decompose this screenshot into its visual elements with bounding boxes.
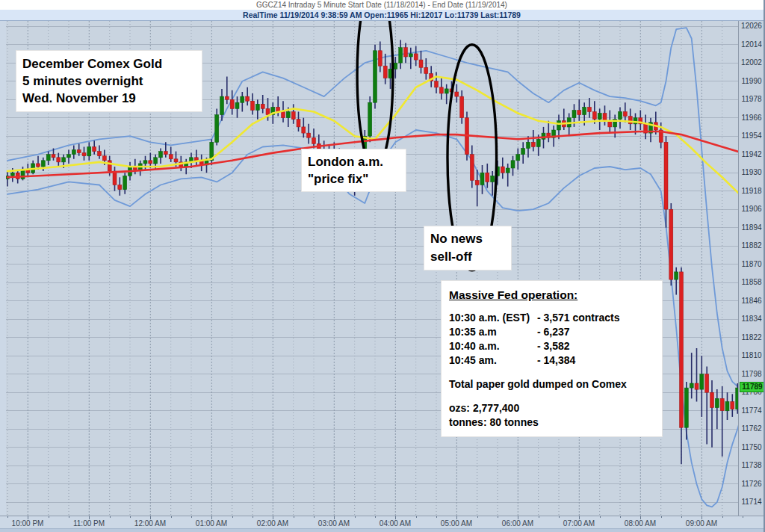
- time-tick: [743, 516, 743, 518]
- candle-down: [164, 152, 167, 155]
- candle-down: [592, 112, 596, 120]
- candle-up: [368, 102, 372, 136]
- candle-down: [460, 96, 464, 118]
- annotation-line: December Comex Gold: [22, 55, 196, 72]
- price-tick-label: 11750: [739, 444, 764, 451]
- candle-down: [57, 158, 61, 162]
- time-tick: [477, 516, 478, 518]
- candle-down: [680, 272, 684, 427]
- candle-down: [424, 67, 428, 73]
- time-tick: [661, 516, 662, 518]
- candle-up: [215, 115, 219, 143]
- price-tick-label: 11726: [739, 480, 764, 488]
- candle-up: [241, 96, 244, 102]
- candle-down: [307, 133, 311, 137]
- price-tick-label: 11906: [739, 205, 764, 213]
- candle-up: [67, 155, 71, 158]
- candle-up: [143, 161, 147, 164]
- time-tick: [7, 516, 8, 518]
- candle-up: [491, 176, 495, 182]
- price-tick-label: 11798: [739, 371, 764, 378]
- annotation-chart-description: December Comex Gold 5 minutes overnight …: [16, 51, 202, 111]
- candle-down: [113, 171, 117, 185]
- candle-up: [557, 121, 561, 130]
- time-tick: [355, 516, 356, 518]
- candle-down: [455, 92, 459, 96]
- candle-up: [255, 104, 259, 110]
- time-tick: [600, 516, 601, 518]
- price-tick-label: 11870: [739, 261, 764, 268]
- candle-down: [82, 153, 86, 156]
- price-tick-label: 11990: [739, 78, 764, 85]
- time-tick: [130, 516, 131, 518]
- candle-down: [731, 402, 734, 409]
- candle-down: [108, 161, 111, 171]
- price-tick-label: 11930: [739, 169, 764, 176]
- candle-down: [52, 155, 55, 158]
- annotation-no-news-selloff: No news sell-off: [424, 226, 511, 270]
- candle-down: [266, 108, 270, 114]
- candle-down: [291, 112, 295, 120]
- chart-title: GGCZ14 Intraday 5 Minute Start Date (11/…: [0, 0, 764, 10]
- candle-down: [149, 161, 152, 164]
- price-tick-label: 11714: [739, 498, 764, 506]
- price-tick-label: 11774: [739, 407, 764, 415]
- price-tick-label: 11834: [739, 315, 764, 323]
- time-tick: [314, 516, 315, 518]
- fed-value: - 3,582: [537, 339, 570, 353]
- time-tick: [253, 516, 253, 518]
- time-tick: [375, 516, 376, 518]
- time-tick: [722, 516, 723, 518]
- time-tick-label: 06:00 AM: [502, 519, 533, 528]
- fed-time: 10:35 a.m: [449, 325, 537, 339]
- candle-up: [409, 54, 412, 57]
- candle-down: [93, 147, 96, 152]
- candle-down: [470, 155, 474, 181]
- price-tick-label: 11762: [739, 425, 764, 433]
- price-tick-label: 12002: [739, 59, 764, 66]
- candle-down: [710, 392, 714, 407]
- fed-row: 10:40 a.m. - 3,582: [449, 339, 656, 353]
- price-tick-label: 11894: [739, 224, 764, 232]
- time-axis[interactable]: 10:00 PM11:00 PM12:00 AM01:00 AM02:00 AM…: [0, 516, 765, 529]
- candle-up: [41, 161, 45, 167]
- fed-value: - 6,237: [537, 325, 570, 339]
- candle-down: [577, 111, 581, 115]
- price-tick-label: 11738: [739, 462, 764, 469]
- time-tick-label: 12:00 AM: [134, 519, 166, 528]
- candle-up: [399, 48, 403, 63]
- fed-time: 10:30 a.m. (EST): [449, 311, 537, 325]
- candle-up: [154, 158, 158, 164]
- candle-down: [623, 112, 627, 117]
- candle-down: [246, 96, 250, 101]
- candle-up: [572, 111, 576, 118]
- price-tick-label: 11858: [739, 279, 764, 286]
- annotation-line: Wed. November 19: [22, 90, 196, 107]
- price-axis[interactable]: 11789 1202612014120021199011978119661195…: [738, 21, 764, 516]
- time-tick-label: 02:00 AM: [257, 519, 288, 528]
- candle-up: [374, 51, 377, 102]
- candle-down: [404, 48, 408, 57]
- candle-down: [419, 60, 423, 67]
- time-tick: [294, 516, 294, 518]
- candle-down: [475, 180, 479, 185]
- time-tick: [110, 516, 111, 518]
- time-tick: [171, 516, 172, 518]
- candle-up: [536, 139, 540, 146]
- candle-down: [251, 101, 255, 110]
- candle-up: [583, 107, 586, 114]
- fed-row: 10:30 a.m. (EST) - 3,571 contracts: [449, 311, 656, 325]
- annotation-line: sell-off: [430, 248, 505, 266]
- time-tick-label: 08:00 AM: [625, 519, 656, 528]
- price-tick-label: 11810: [739, 352, 764, 359]
- chart-plot[interactable]: December Comex Gold 5 minutes overnight …: [6, 21, 738, 516]
- chart-window: GGCZ14 Intraday 5 Minute Start Date (11/…: [0, 0, 765, 532]
- candle-down: [37, 164, 40, 167]
- time-tick: [539, 516, 539, 518]
- candle-down: [383, 66, 387, 78]
- realtime-quote-line: RealTime 11/19/2014 9:38:59 AM Open:1196…: [0, 10, 764, 21]
- candle-down: [261, 104, 264, 108]
- price-tick-label: 11954: [739, 132, 764, 140]
- candle-down: [194, 158, 198, 161]
- window-bottom-frame: [0, 528, 765, 532]
